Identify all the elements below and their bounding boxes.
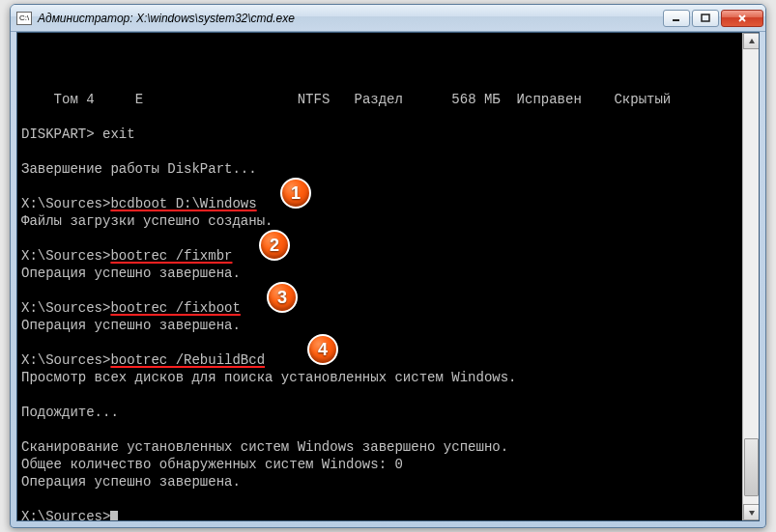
terminal-content: Том 4 E NTFS Раздел 568 МБ Исправен Скры… [21, 73, 757, 521]
vertical-scrollbar[interactable] [742, 33, 759, 520]
scrollbar-up-button[interactable] [743, 33, 760, 49]
window-title: Администратор: X:\windows\system32\cmd.e… [38, 12, 663, 25]
result-2: Операция успешно завершена. [21, 266, 241, 281]
wait-msg: Подождите... [21, 405, 119, 420]
prompt-4: X:\Sources> [21, 352, 110, 368]
cmd-fixboot: bootrec /fixboot [110, 300, 240, 316]
svg-marker-5 [749, 511, 755, 516]
cmd-fixmbr: bootrec /fixmbr [110, 248, 232, 264]
diskpart-header-row: Том 4 E NTFS Раздел 568 МБ Исправен Скры… [21, 92, 671, 107]
result-4: Просмотр всех дисков для поиска установл… [21, 370, 516, 385]
diskpart-exit-cmd: exit [102, 126, 135, 142]
scan-ok: Операция успешно завершена. [21, 474, 241, 490]
minimize-button[interactable] [663, 10, 690, 27]
diskpart-prompt: DISKPART> [21, 126, 102, 142]
maximize-button[interactable] [692, 10, 719, 27]
titlebar[interactable]: C:\ Администратор: X:\windows\system32\c… [11, 5, 765, 32]
prompt-3: X:\Sources> [21, 300, 110, 316]
annotation-badge-2: 2 [259, 230, 290, 261]
annotation-badge-1: 1 [280, 178, 311, 209]
final-prompt: X:\Sources> [21, 509, 110, 521]
svg-marker-4 [749, 39, 755, 43]
result-3: Операция успешно завершена. [21, 318, 241, 333]
window-controls [663, 10, 763, 27]
scan-done: Сканирование установленных систем Window… [21, 439, 508, 455]
svg-rect-1 [702, 14, 709, 21]
cmd-rebuildbcd: bootrec /RebuildBcd [110, 352, 265, 368]
terminal-area[interactable]: Том 4 E NTFS Раздел 568 МБ Исправен Скры… [16, 32, 760, 521]
scan-count: Общее количество обнаруженных систем Win… [21, 457, 403, 472]
cmd-window: C:\ Администратор: X:\windows\system32\c… [10, 4, 766, 528]
annotation-badge-3: 3 [267, 282, 298, 313]
prompt-2: X:\Sources> [21, 248, 110, 264]
cmd-bcdboot: bcdboot D:\Windows [110, 196, 256, 211]
close-button[interactable] [721, 10, 763, 27]
cursor [110, 511, 118, 521]
scrollbar-down-button[interactable] [743, 504, 760, 520]
cmd-icon: C:\ [16, 12, 32, 25]
diskpart-exit-msg: Завершение работы DiskPart... [21, 161, 257, 177]
result-1: Файлы загрузки успешно созданы. [21, 213, 273, 229]
prompt-1: X:\Sources> [21, 196, 110, 211]
annotation-badge-4: 4 [307, 334, 338, 365]
scrollbar-thumb[interactable] [744, 438, 759, 496]
